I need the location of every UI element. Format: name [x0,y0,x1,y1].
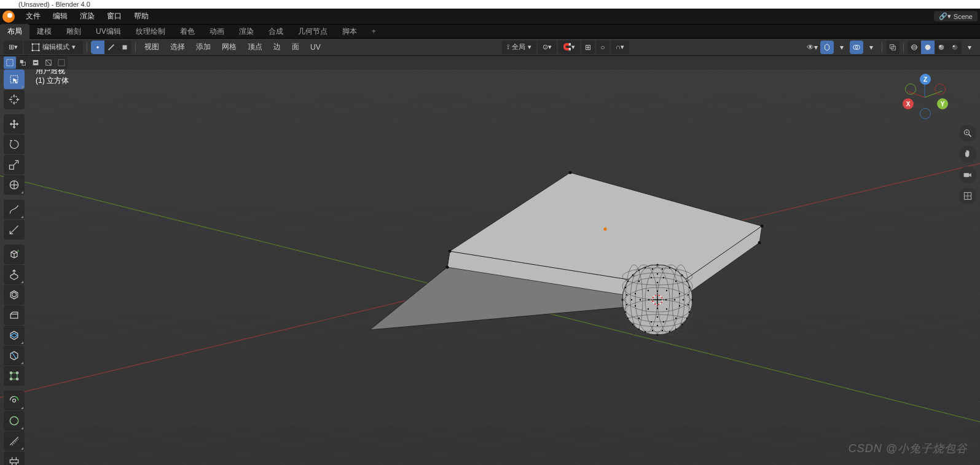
orientation-dropdown[interactable]: ⟟全局▾ [502,41,536,54]
persp-icon[interactable] [959,187,976,205]
workspace-anim[interactable]: 动画 [202,24,232,39]
select-edge-icon[interactable] [104,41,118,54]
sel-invert-icon[interactable] [42,57,55,69]
tool-transform[interactable] [4,175,25,195]
workspace-modeling[interactable]: 建模 [29,24,59,39]
shade-render-icon[interactable] [948,41,962,54]
shade-wire-icon[interactable] [907,41,921,54]
tool-edgeslide[interactable] [4,431,25,451]
gizmo-x[interactable]: X [903,98,914,109]
gizmo-dd[interactable]: ▾ [835,41,849,54]
mode-label: 编辑模式 [42,42,69,52]
tool-annotate[interactable] [4,200,25,219]
svg-point-109 [638,329,640,330]
shade-matprev-icon[interactable] [935,41,948,54]
pan-icon[interactable] [959,146,976,163]
menu-edge[interactable]: 边 [269,39,286,55]
menu-mesh[interactable]: 网格 [217,39,241,55]
workspace-script[interactable]: 脚本 [335,24,364,39]
svg-point-91 [657,316,658,318]
editor-type-dropdown[interactable]: ⊞▾ [4,41,23,54]
gizmo-z[interactable]: Z [920,74,931,85]
visibility-icon[interactable]: 👁▾ [806,41,819,54]
camera-icon[interactable] [959,166,976,184]
svg-point-69 [625,287,626,288]
tool-extrude-region[interactable] [4,265,25,284]
menu-help[interactable]: 帮助 [128,9,155,24]
tool-inset[interactable] [4,285,25,305]
tool-select[interactable] [4,69,25,89]
svg-point-118 [688,304,689,305]
tool-polybuild[interactable] [4,366,25,386]
workspace-geonodes[interactable]: 几何节点 [291,24,335,39]
svg-point-90 [657,308,658,309]
workspace-add[interactable]: + [364,25,383,38]
overlay-dd[interactable]: ▾ [864,41,878,54]
gizmo-neg-x[interactable] [935,84,946,95]
tool-measure[interactable] [4,220,25,240]
tool-addcube[interactable]: + [4,244,25,264]
prop-edit-icon[interactable]: ○ [596,41,610,54]
prop-falloff-dropdown[interactable]: ∩▾ [611,41,629,54]
menu-edit[interactable]: 编辑 [47,9,74,24]
menu-vertex[interactable]: 顶点 [243,39,267,55]
nav-gizmo[interactable]: X Y Z [900,72,949,122]
workspace-texpaint[interactable]: 纹理绘制 [128,24,173,39]
gizmo-neg-y[interactable] [905,84,916,95]
gizmo-neg-z[interactable] [920,108,931,119]
tool-move[interactable] [4,114,25,134]
svg-point-112 [662,268,663,270]
tool-shrink[interactable] [4,451,25,465]
workspace-uv[interactable]: UV编辑 [88,24,128,39]
tool-knife[interactable] [4,346,25,365]
workspace-layout[interactable]: 布局 [0,24,29,39]
select-face-icon[interactable] [118,41,131,54]
sel-subtract-icon[interactable] [29,57,42,69]
menu-face[interactable]: 面 [287,39,304,55]
tool-spin[interactable] [4,391,25,410]
tool-rotate[interactable] [4,135,25,154]
gizmo-y[interactable]: Y [937,98,948,109]
menu-select[interactable]: 选择 [165,39,190,55]
select-vertex-icon[interactable] [91,41,104,54]
viewport-3d[interactable]: 用户透视 (1) 立方体 ✲ X Y Z ▦ 选项 ▾ + [0,69,980,465]
menu-file[interactable]: 文件 [20,9,47,24]
svg-point-138 [16,372,18,373]
svg-line-144 [10,437,18,445]
tool-cursor[interactable] [4,90,25,109]
zoom-icon[interactable] [959,125,976,142]
workspace-render[interactable]: 渲染 [232,24,261,39]
menu-view[interactable]: 视图 [139,39,164,55]
menu-add[interactable]: 添加 [191,39,216,55]
mode-dropdown[interactable]: 编辑模式 ▾ [24,41,83,54]
sel-intersect-icon[interactable] [55,57,68,69]
svg-point-70 [689,287,690,288]
sel-extend-icon[interactable] [17,57,29,69]
menu-uv[interactable]: UV [305,41,326,54]
snap-dropdown[interactable]: 🧲▾ [558,41,580,54]
workspace-sculpt[interactable]: 雕刻 [59,24,88,39]
menu-render[interactable]: 渲染 [74,9,101,24]
pivot-dropdown[interactable]: ⊙▾ [538,41,557,54]
workspace-shading[interactable]: 着色 [173,24,202,39]
tool-scale[interactable] [4,155,25,174]
menu-window[interactable]: 窗口 [101,9,128,24]
shade-dd[interactable]: ▾ [963,41,976,54]
shade-solid-icon[interactable] [921,41,935,54]
viewport-header: ⊞▾ 编辑模式 ▾ 视图 选择 添加 网格 顶点 边 面 UV ⟟全局▾ ⊙▾ … [0,39,980,56]
info-object: (1) 立方体 [36,76,69,85]
snap-increment-icon[interactable]: ⊞ [581,41,595,54]
xray-icon[interactable] [886,41,900,54]
workspace-comp[interactable]: 合成 [261,24,291,39]
title-text: (Unsaved) - Blender 4.0 [18,1,90,8]
blender-logo-icon[interactable] [2,10,15,23]
svg-point-111 [652,268,653,270]
tool-smooth[interactable] [4,411,25,431]
overlay-toggle-icon[interactable] [850,41,863,54]
gizmo-toggle-icon[interactable] [820,41,834,54]
tool-loopcut[interactable] [4,326,25,345]
svg-point-89 [657,291,658,292]
sel-box-icon[interactable] [4,57,16,69]
tool-bevel[interactable] [4,305,25,325]
scene-selector[interactable]: 🔗▾ Scene [934,11,978,21]
